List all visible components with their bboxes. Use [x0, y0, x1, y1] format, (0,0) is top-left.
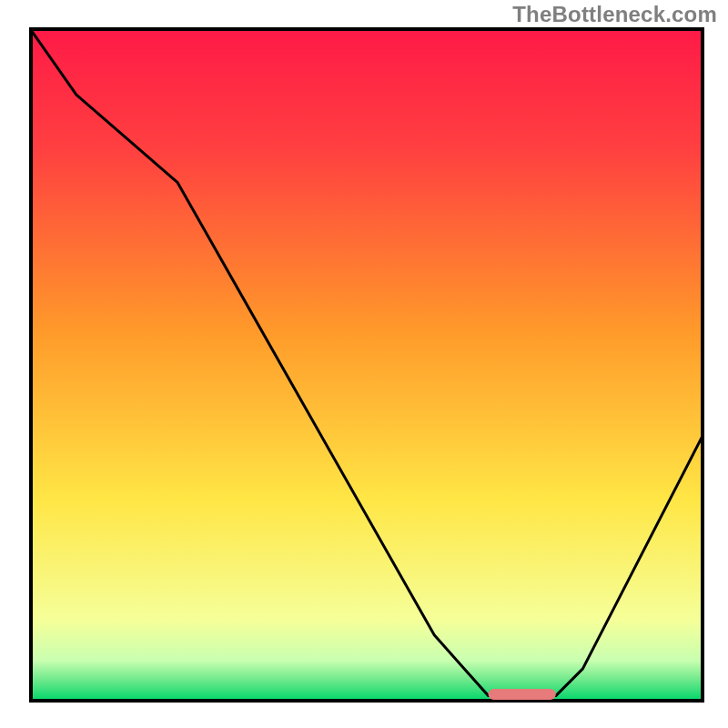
gradient-background: [31, 29, 703, 701]
chart-stage: TheBottleneck.com: [0, 0, 728, 728]
optimal-range-marker: [489, 689, 556, 700]
bottleneck-chart: [0, 0, 728, 728]
